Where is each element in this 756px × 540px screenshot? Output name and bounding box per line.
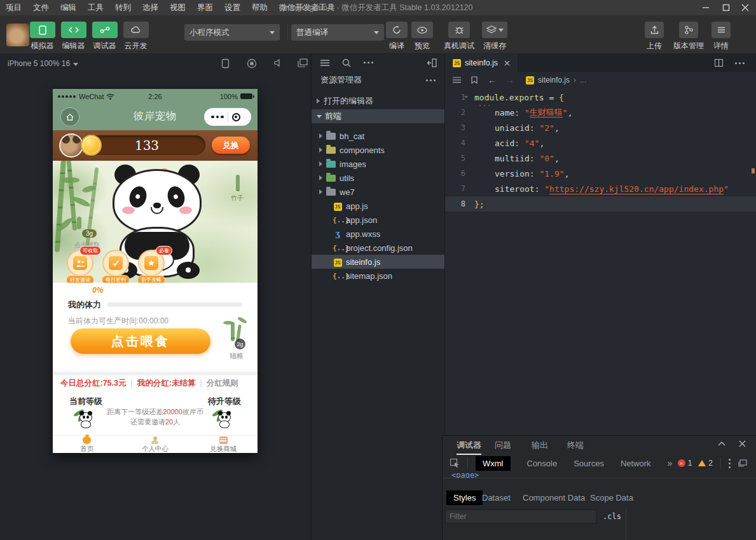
bookmark-icon[interactable] <box>471 76 478 84</box>
tree-item-app-json[interactable]: {..}app.json <box>312 213 444 227</box>
more-button[interactable] <box>211 116 226 119</box>
undock-icon[interactable] <box>738 459 747 467</box>
compile-button[interactable]: 编译 <box>385 22 409 51</box>
more-icon[interactable] <box>364 62 373 64</box>
code-area[interactable]: 1⌄module.exports = { ... 2name: "生财猫猫", … <box>445 90 756 212</box>
rotate-device-icon[interactable] <box>221 58 230 69</box>
exit-miniprogram-button[interactable] <box>232 113 240 121</box>
player-avatar[interactable] <box>59 133 83 158</box>
dataset-tab[interactable]: Dataset <box>482 493 511 503</box>
tab-profile[interactable]: 个人中心 <box>121 436 189 453</box>
tree-item-components[interactable]: components <box>312 143 444 157</box>
version-manage-button[interactable]: 版本管理 <box>669 22 708 51</box>
tab-siteinfo-js[interactable]: JS siteinfo.js <box>445 54 518 72</box>
debugger-toggle[interactable]: 调试器 <box>89 22 120 51</box>
cloud-dev-button[interactable]: 云开发 <box>120 22 151 51</box>
device-selector[interactable]: iPhone 5 100% 16 <box>8 59 70 68</box>
minimize-button[interactable] <box>696 0 715 15</box>
invite-friends-button[interactable]: 可收取 好友邀请 <box>67 250 93 276</box>
tree-item-project-config[interactable]: {..}project.config.json <box>312 241 444 255</box>
more-icon[interactable] <box>426 79 436 81</box>
tab-output[interactable]: 输出 <box>532 440 548 451</box>
open-editors-section[interactable]: 打开的编辑器 <box>312 94 444 108</box>
tree-item-we7[interactable]: we7 <box>312 185 444 199</box>
mute-icon[interactable] <box>273 58 284 67</box>
tree-item-sitemap-json[interactable]: {..}sitemap.json <box>312 269 444 283</box>
maximize-button[interactable] <box>717 0 736 15</box>
details-button[interactable]: 详情 <box>708 22 734 51</box>
beginner-guide-button[interactable]: 必看 新手攻略 <box>138 250 165 276</box>
back-arrow-icon[interactable]: ← <box>488 75 497 85</box>
folder-icon <box>326 133 336 140</box>
menu-settings[interactable]: 设置 <box>219 0 246 15</box>
menu-goto[interactable]: 转到 <box>109 0 137 15</box>
inspect-element-icon[interactable] <box>450 459 460 468</box>
menu-devtools[interactable]: 微信开发者工具 <box>273 0 341 15</box>
daily-checkin-button[interactable]: 每日签到 <box>102 250 129 276</box>
upload-button[interactable]: 上传 <box>640 22 669 51</box>
tree-item-app-js[interactable]: JSapp.js <box>312 199 444 213</box>
tree-item-bh_cat[interactable]: bh_cat <box>312 129 444 143</box>
mode-select[interactable]: 小程序模式 <box>184 24 280 41</box>
menu-interface[interactable]: 界面 <box>191 0 219 15</box>
search-icon[interactable] <box>342 58 351 67</box>
file-list-icon[interactable] <box>320 60 329 67</box>
feed-button[interactable]: 点击喂食 <box>71 328 210 354</box>
outline-icon[interactable] <box>453 77 461 83</box>
wxml-element-clipped[interactable]: <page> <box>443 473 756 478</box>
inspector-tab-console[interactable]: Console <box>527 459 558 468</box>
remote-debug-button[interactable]: 真机调试 <box>443 22 475 51</box>
collapse-panel-icon[interactable] <box>718 441 725 446</box>
forward-arrow-icon[interactable]: → <box>505 75 514 85</box>
more-tabs-chevron[interactable]: » <box>668 458 673 468</box>
dividend-rules-link[interactable]: 分红规则 <box>207 378 238 389</box>
close-panel-icon[interactable] <box>739 440 746 447</box>
close-button[interactable] <box>736 0 755 15</box>
cls-toggle[interactable]: .cls <box>603 512 621 521</box>
inspector-tab-wxml[interactable]: Wxml <box>476 456 511 471</box>
dividend-mine[interactable]: 我的分红:未结算 <box>137 378 196 389</box>
user-avatar[interactable] <box>6 24 29 46</box>
styles-tab[interactable]: Styles <box>446 490 483 505</box>
tree-item-images[interactable]: images <box>312 157 444 171</box>
component-data-tab[interactable]: Component Data <box>523 493 585 503</box>
simulator-toggle[interactable]: 模拟器 <box>27 22 58 51</box>
clear-cache-button[interactable]: 清缓存 <box>478 22 512 51</box>
style-filter-input[interactable] <box>445 510 596 523</box>
menu-tools[interactable]: 工具 <box>82 0 109 15</box>
multi-window-icon[interactable] <box>298 58 308 67</box>
tab-debugger[interactable]: 调试器 <box>457 440 481 455</box>
tab-terminal[interactable]: 终端 <box>567 440 584 451</box>
close-tab-icon[interactable] <box>504 60 510 66</box>
record-icon[interactable] <box>247 58 257 69</box>
preview-button[interactable]: 预览 <box>410 22 434 51</box>
tree-item-utils[interactable]: utils <box>312 171 444 185</box>
split-editor-icon[interactable] <box>715 59 723 67</box>
menu-help[interactable]: 帮助 <box>246 0 273 15</box>
menu-edit[interactable]: 编辑 <box>55 0 82 15</box>
menu-select[interactable]: 选择 <box>137 0 164 15</box>
compile-mode-select[interactable]: 普通编译 <box>291 24 384 41</box>
tree-item-siteinfo-js[interactable]: JSsiteinfo.js <box>312 255 444 269</box>
menu-view[interactable]: 视图 <box>164 0 191 15</box>
collapse-sidebar-icon[interactable] <box>427 58 437 67</box>
inspector-tab-sources[interactable]: Sources <box>574 459 604 468</box>
root-folder-frontend[interactable]: 前端 <box>312 109 444 123</box>
scope-data-tab[interactable]: Scope Data <box>590 493 633 503</box>
tab-problems[interactable]: 问题 <box>495 440 511 451</box>
exchange-button[interactable]: 兑换 <box>212 137 250 154</box>
tab-shop[interactable]: 兑换商城 <box>189 436 258 453</box>
bamboo-drop[interactable] <box>77 217 81 229</box>
inspector-tab-network[interactable]: Network <box>621 459 651 468</box>
bamboo-plant[interactable] <box>236 175 240 191</box>
editor-toggle[interactable]: 编辑器 <box>58 22 89 51</box>
error-count[interactable]: 1 <box>688 459 692 468</box>
warning-count[interactable]: 2 <box>708 459 713 468</box>
more-icon[interactable] <box>735 62 745 64</box>
tab-home[interactable]: 首页 <box>53 436 121 453</box>
kebab-menu-icon[interactable] <box>729 459 731 468</box>
breadcrumb-file[interactable]: siteinfo.js <box>538 76 570 84</box>
menu-file[interactable]: 文件 <box>27 0 55 15</box>
menu-project[interactable]: 项目 <box>0 0 27 15</box>
tree-item-app-wxss[interactable]: ʒapp.wxss <box>312 227 444 241</box>
